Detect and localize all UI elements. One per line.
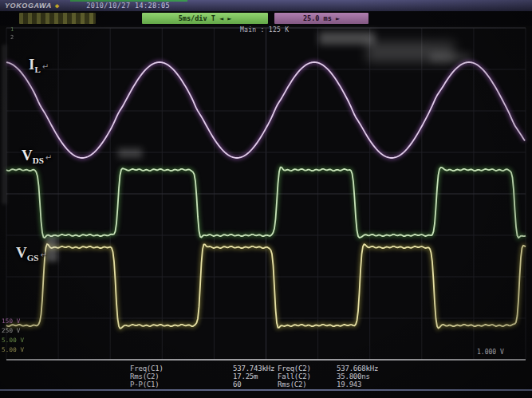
measurement-value: 17.25m [233,372,278,380]
measurement-row: Freq(C1) 537.743kHz Freq(C2) 537.668kHz [130,365,449,372]
channel-marker-1: 1 [10,26,14,33]
measurement-value: 60 [233,380,278,388]
measurement-value: 35.800ns [337,372,449,380]
measurement-label: Freq(C2) [278,365,337,372]
annotation-il: IL↵ [29,56,49,74]
measurement-value: 537.743kHz [233,365,278,372]
status-toolbar: 5ms/div T ◄ ► 25.0 ms ► [0,11,532,26]
channel-scale-readout: 250 V [2,327,21,334]
graticule-canvas [0,0,532,398]
channel-scale-readout: 5.00 V [2,346,24,353]
annotation-vds-symbol: V [22,147,33,164]
channel-scale-readout: 150 V [2,317,21,325]
measurement-label: P-P(C1) [130,380,233,388]
measurement-label: Freq(C1) [130,365,233,372]
annotation-vgs-subscript: GS [27,253,39,262]
datetime-readout: 2010/10/27 14:28:05 [86,2,170,10]
timebase-block[interactable]: 5ms/div T ◄ ► [142,13,268,24]
measurement-label: Rms(C2) [130,372,233,380]
measurement-value: 537.668kHz [337,365,449,372]
edge-scale-readout: 1.000 V [477,349,504,356]
return-arrow-icon: ↵ [45,153,52,162]
diamond-icon: ◆ [55,2,59,10]
measurement-label: Rms(C2) [278,380,337,388]
annotation-vgs-symbol: V [16,244,27,261]
annotation-il-subscript: L [34,65,40,74]
measurement-label: Fall(C2) [278,372,337,380]
annotation-vds: VDS↵ [22,147,52,165]
measurement-row: Rms(C2) 17.25m Fall(C2) 35.800ns [130,372,449,380]
photo-green-streak [70,0,187,2]
channel-scale-readout: 5.00 V [2,337,24,344]
brand-logo: YOKOGAWA [5,2,52,10]
channel-marker-2: 2 [10,34,14,41]
record-length-readout: Main : 125 K [240,26,289,33]
zoom-window-block[interactable]: 25.0 ms ► [274,13,368,24]
acquisition-status-block[interactable] [19,13,96,24]
measurement-row: P-P(C1) 60 Rms(C2) 19.943 [130,380,449,388]
annotation-vds-subscript: DS [33,156,44,165]
photo-edge-line [0,389,532,391]
measurement-value: 19.943 [337,380,449,388]
annotation-vgs: VGS↵ [16,244,47,262]
header-bar: YOKOGAWA ◆ 2010/10/27 14:28:05 [0,0,532,11]
return-arrow-icon: ↵ [42,62,49,71]
return-arrow-icon: ↵ [40,250,46,259]
oscilloscope-screen: YOKOGAWA ◆ 2010/10/27 14:28:05 5ms/div T… [0,0,532,398]
